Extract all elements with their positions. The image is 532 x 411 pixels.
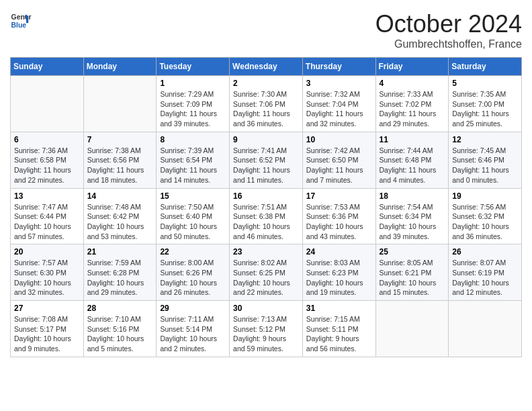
day-info: Sunrise: 7:59 AM Sunset: 6:28 PM Dayligh…	[87, 258, 153, 298]
table-row: 10Sunrise: 7:42 AM Sunset: 6:50 PM Dayli…	[302, 132, 375, 188]
table-row: 7Sunrise: 7:38 AM Sunset: 6:56 PM Daylig…	[83, 132, 157, 188]
day-info: Sunrise: 7:35 AM Sunset: 7:00 PM Dayligh…	[452, 89, 518, 129]
day-info: Sunrise: 7:56 AM Sunset: 6:32 PM Dayligh…	[452, 202, 518, 242]
day-info: Sunrise: 8:02 AM Sunset: 6:25 PM Dayligh…	[233, 258, 299, 298]
table-row	[11, 76, 84, 132]
page-header: General Blue October 2024 Gumbrechtshoff…	[10, 10, 522, 50]
title-block: October 2024 Gumbrechtshoffen, France	[375, 10, 522, 50]
day-number: 22	[160, 247, 226, 257]
table-row: 8Sunrise: 7:39 AM Sunset: 6:54 PM Daylig…	[157, 132, 230, 188]
table-row	[83, 76, 157, 132]
table-row: 23Sunrise: 8:02 AM Sunset: 6:25 PM Dayli…	[230, 244, 303, 301]
day-number: 2	[233, 79, 299, 88]
calendar-row: 20Sunrise: 7:57 AM Sunset: 6:30 PM Dayli…	[11, 244, 522, 301]
day-number: 31	[306, 304, 372, 313]
day-info: Sunrise: 7:51 AM Sunset: 6:38 PM Dayligh…	[233, 202, 299, 242]
day-number: 6	[14, 135, 80, 144]
day-number: 18	[380, 191, 445, 201]
day-number: 8	[160, 135, 226, 144]
day-number: 25	[380, 247, 445, 257]
header-sunday: Sunday	[11, 58, 84, 76]
day-number: 16	[233, 191, 299, 201]
day-number: 21	[87, 247, 153, 257]
day-number: 10	[306, 135, 372, 144]
logo: General Blue	[10, 10, 32, 32]
table-row: 6Sunrise: 7:36 AM Sunset: 6:58 PM Daylig…	[11, 132, 84, 188]
table-row: 21Sunrise: 7:59 AM Sunset: 6:28 PM Dayli…	[83, 244, 157, 301]
table-row: 12Sunrise: 7:45 AM Sunset: 6:46 PM Dayli…	[449, 132, 522, 188]
table-row: 18Sunrise: 7:54 AM Sunset: 6:34 PM Dayli…	[375, 188, 449, 244]
svg-text:General: General	[11, 13, 32, 21]
header-saturday: Saturday	[449, 58, 522, 76]
table-row: 25Sunrise: 8:05 AM Sunset: 6:21 PM Dayli…	[375, 244, 449, 301]
day-info: Sunrise: 7:41 AM Sunset: 6:52 PM Dayligh…	[233, 146, 299, 185]
table-row: 1Sunrise: 7:29 AM Sunset: 7:09 PM Daylig…	[157, 76, 230, 132]
table-row	[449, 301, 522, 357]
day-info: Sunrise: 7:44 AM Sunset: 6:48 PM Dayligh…	[380, 146, 445, 185]
day-info: Sunrise: 7:15 AM Sunset: 5:11 PM Dayligh…	[306, 314, 372, 354]
day-info: Sunrise: 7:54 AM Sunset: 6:34 PM Dayligh…	[380, 202, 445, 242]
day-info: Sunrise: 7:39 AM Sunset: 6:54 PM Dayligh…	[160, 146, 226, 185]
day-info: Sunrise: 7:53 AM Sunset: 6:36 PM Dayligh…	[306, 202, 372, 242]
day-info: Sunrise: 7:45 AM Sunset: 6:46 PM Dayligh…	[452, 146, 518, 185]
day-number: 13	[14, 191, 80, 201]
month-title: October 2024	[375, 10, 522, 38]
table-row: 26Sunrise: 8:07 AM Sunset: 6:19 PM Dayli…	[449, 244, 522, 301]
day-number: 4	[380, 79, 445, 88]
day-info: Sunrise: 7:08 AM Sunset: 5:17 PM Dayligh…	[14, 314, 80, 354]
day-info: Sunrise: 8:00 AM Sunset: 6:26 PM Dayligh…	[160, 258, 226, 298]
day-number: 12	[452, 135, 518, 144]
table-row: 4Sunrise: 7:33 AM Sunset: 7:02 PM Daylig…	[375, 76, 449, 132]
calendar-row: 13Sunrise: 7:47 AM Sunset: 6:44 PM Dayli…	[11, 188, 522, 244]
day-number: 11	[380, 135, 445, 144]
header-tuesday: Tuesday	[157, 58, 230, 76]
day-number: 19	[452, 191, 518, 201]
table-row: 29Sunrise: 7:11 AM Sunset: 5:14 PM Dayli…	[157, 301, 230, 357]
day-info: Sunrise: 7:50 AM Sunset: 6:40 PM Dayligh…	[160, 202, 226, 242]
table-row: 9Sunrise: 7:41 AM Sunset: 6:52 PM Daylig…	[230, 132, 303, 188]
table-row: 30Sunrise: 7:13 AM Sunset: 5:12 PM Dayli…	[230, 301, 303, 357]
header-wednesday: Wednesday	[230, 58, 303, 76]
day-number: 27	[14, 304, 80, 313]
table-row: 28Sunrise: 7:10 AM Sunset: 5:16 PM Dayli…	[83, 301, 157, 357]
table-row: 5Sunrise: 7:35 AM Sunset: 7:00 PM Daylig…	[449, 76, 522, 132]
calendar-header-row: Sunday Monday Tuesday Wednesday Thursday…	[11, 58, 522, 76]
table-row: 2Sunrise: 7:30 AM Sunset: 7:06 PM Daylig…	[230, 76, 303, 132]
table-row: 13Sunrise: 7:47 AM Sunset: 6:44 PM Dayli…	[11, 188, 84, 244]
day-info: Sunrise: 8:07 AM Sunset: 6:19 PM Dayligh…	[452, 258, 518, 298]
day-number: 17	[306, 191, 372, 201]
day-info: Sunrise: 7:57 AM Sunset: 6:30 PM Dayligh…	[14, 258, 80, 298]
day-info: Sunrise: 8:05 AM Sunset: 6:21 PM Dayligh…	[380, 258, 445, 298]
table-row: 19Sunrise: 7:56 AM Sunset: 6:32 PM Dayli…	[449, 188, 522, 244]
table-row: 3Sunrise: 7:32 AM Sunset: 7:04 PM Daylig…	[302, 76, 375, 132]
day-info: Sunrise: 7:30 AM Sunset: 7:06 PM Dayligh…	[233, 89, 299, 129]
day-number: 24	[306, 247, 372, 257]
day-info: Sunrise: 7:33 AM Sunset: 7:02 PM Dayligh…	[380, 89, 445, 129]
day-info: Sunrise: 7:47 AM Sunset: 6:44 PM Dayligh…	[14, 202, 80, 242]
day-number: 5	[452, 79, 518, 88]
day-number: 3	[306, 79, 372, 88]
table-row: 14Sunrise: 7:48 AM Sunset: 6:42 PM Dayli…	[83, 188, 157, 244]
day-info: Sunrise: 7:48 AM Sunset: 6:42 PM Dayligh…	[87, 202, 153, 242]
table-row: 31Sunrise: 7:15 AM Sunset: 5:11 PM Dayli…	[302, 301, 375, 357]
day-number: 1	[160, 79, 226, 88]
day-info: Sunrise: 7:11 AM Sunset: 5:14 PM Dayligh…	[160, 314, 226, 354]
calendar-row: 27Sunrise: 7:08 AM Sunset: 5:17 PM Dayli…	[11, 301, 522, 357]
logo-icon: General Blue	[10, 10, 32, 32]
day-info: Sunrise: 7:36 AM Sunset: 6:58 PM Dayligh…	[14, 146, 80, 185]
day-number: 30	[233, 304, 299, 313]
table-row: 20Sunrise: 7:57 AM Sunset: 6:30 PM Dayli…	[11, 244, 84, 301]
table-row: 11Sunrise: 7:44 AM Sunset: 6:48 PM Dayli…	[375, 132, 449, 188]
day-info: Sunrise: 7:29 AM Sunset: 7:09 PM Dayligh…	[160, 89, 226, 129]
day-info: Sunrise: 7:38 AM Sunset: 6:56 PM Dayligh…	[87, 146, 153, 185]
day-number: 20	[14, 247, 80, 257]
day-number: 14	[87, 191, 153, 201]
table-row: 16Sunrise: 7:51 AM Sunset: 6:38 PM Dayli…	[230, 188, 303, 244]
calendar-row: 6Sunrise: 7:36 AM Sunset: 6:58 PM Daylig…	[11, 132, 522, 188]
day-info: Sunrise: 7:10 AM Sunset: 5:16 PM Dayligh…	[87, 314, 153, 354]
header-monday: Monday	[83, 58, 157, 76]
day-number: 23	[233, 247, 299, 257]
table-row: 22Sunrise: 8:00 AM Sunset: 6:26 PM Dayli…	[157, 244, 230, 301]
location-subtitle: Gumbrechtshoffen, France	[375, 38, 522, 50]
calendar-table: Sunday Monday Tuesday Wednesday Thursday…	[10, 57, 522, 357]
